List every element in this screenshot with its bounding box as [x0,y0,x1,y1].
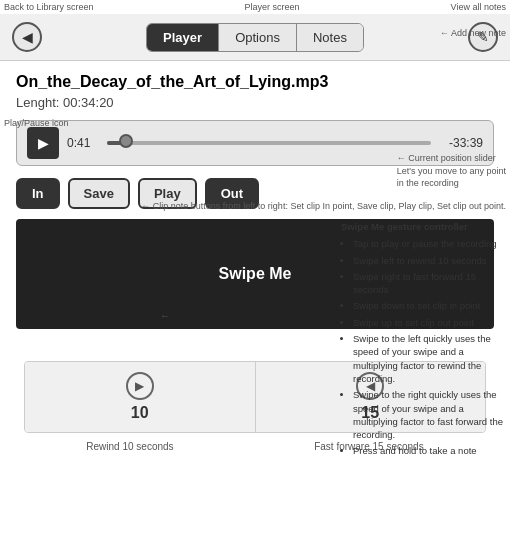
swipe-instruction-3: Swipe down to set clip in point [353,299,506,312]
swipe-instruction-6: Swipe to the right quickly uses the spee… [353,388,506,441]
main-content: On_the_Decay_of_the_Art_of_Lying.mp3 Len… [0,61,510,353]
swipe-instruction-4: Swipe up to set clip out point [353,316,506,329]
annotation-rewind: Rewind 10 seconds [86,441,173,452]
in-button[interactable]: In [16,178,60,209]
tab-notes[interactable]: Notes [297,24,363,51]
tab-player[interactable]: Player [147,24,219,51]
swipe-instructions: Swipe Me gesture controller Tap to play … [341,220,506,461]
play-icon: ▶ [38,135,49,151]
save-button[interactable]: Save [68,178,130,209]
progress-track [107,141,431,145]
swipe-instruction-0: Tap to play or pause the recording [353,237,506,250]
back-button[interactable]: ◀ [12,22,42,52]
clip-buttons-row: In Save Play Out [16,178,494,209]
player-controls: ▶ 0:41 -33:39 [16,120,494,166]
progress-bar[interactable] [107,139,431,147]
swipe-instruction-7: Press and hold to take a note [353,444,506,457]
progress-thumb[interactable] [119,134,133,148]
swipe-instructions-title: Swipe Me gesture controller [341,220,506,233]
remaining-time: -33:39 [439,136,483,150]
file-title: On_the_Decay_of_the_Art_of_Lying.mp3 [16,73,494,91]
tab-group: Player Options Notes [146,23,364,52]
rewind-icon: ▶ [126,372,154,400]
file-length: Lenght: 00:34:20 [16,95,494,110]
swipe-instruction-2: Swipe right to fast forward 15 seconds [353,270,506,297]
rewind-number: 10 [131,404,149,422]
top-navigation: ◀ Player Options Notes ✎ [0,14,510,61]
swipe-instructions-list: Tap to play or pause the recording Swipe… [341,237,506,457]
swipe-label: Swipe Me [219,265,292,283]
tab-options[interactable]: Options [219,24,297,51]
back-icon: ◀ [22,29,33,45]
play-pause-button[interactable]: ▶ [27,127,59,159]
swipe-instruction-1: Swipe left to rewind 10 seconds [353,254,506,267]
play-clip-button[interactable]: Play [138,178,197,209]
out-button[interactable]: Out [205,178,259,209]
current-time: 0:41 [67,136,99,150]
add-note-button[interactable]: ✎ [468,22,498,52]
edit-icon: ✎ [477,29,489,45]
rewind-button[interactable]: ▶ 10 [25,362,256,432]
swipe-instruction-5: Swipe to the left quickly uses the speed… [353,332,506,385]
